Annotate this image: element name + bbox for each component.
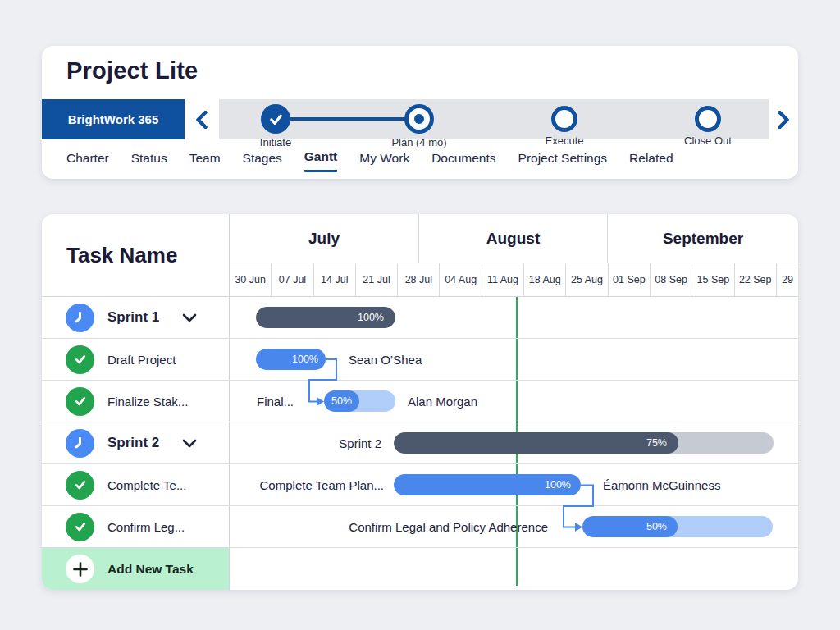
week-header-cell: 21 Jul bbox=[356, 263, 398, 296]
chevron-down-icon[interactable] bbox=[182, 439, 197, 448]
add-new-task-timeline-cell bbox=[230, 548, 798, 590]
task-label: Sprint 2 bbox=[107, 435, 159, 451]
check-icon bbox=[66, 513, 94, 541]
task-cell[interactable]: Confirm Leg... bbox=[42, 506, 230, 547]
stage-circle-icon bbox=[695, 106, 721, 132]
gantt-bar-progress: 50% bbox=[582, 516, 678, 537]
week-header-cell: 08 Sep bbox=[651, 263, 692, 296]
assignee-label: Sean O’Shea bbox=[349, 339, 422, 381]
task-cell[interactable]: Sprint 2 bbox=[42, 422, 230, 463]
week-header-cell: 30 Jun bbox=[230, 263, 272, 296]
tab-documents[interactable]: Documents bbox=[431, 148, 495, 171]
task-label: Finalize Stak... bbox=[107, 395, 188, 409]
bar-task-name-label: Confirm Legal and Policy Adherence bbox=[230, 506, 548, 548]
progress-percent-label: 100% bbox=[292, 354, 318, 365]
task-row-finalize-stak-: Finalize Stak...Final...50%Alan Morgan bbox=[42, 381, 798, 422]
task-row-draft-project: Draft Project100%Sean O’Shea bbox=[42, 339, 798, 381]
clock-icon bbox=[66, 429, 94, 458]
week-header-cell: 28 Jul bbox=[398, 263, 440, 296]
progress-percent-label: 75% bbox=[646, 437, 667, 449]
add-new-task-button[interactable]: Add New Task bbox=[42, 548, 230, 590]
project-tab-bar: CharterStatusTeamStagesGanttMy WorkDocum… bbox=[66, 139, 673, 179]
tab-team[interactable]: Team bbox=[189, 148, 221, 171]
stage-nav-next-button[interactable] bbox=[769, 99, 798, 139]
gantt-bar[interactable]: 50% bbox=[324, 390, 395, 412]
week-header-row: 30 Jun07 Jul14 Jul21 Jul28 Jul04 Aug11 A… bbox=[230, 263, 798, 296]
plus-icon bbox=[66, 555, 94, 583]
gantt-bar-progress: 75% bbox=[394, 432, 678, 454]
task-timeline-cell: Final...50%Alan Morgan bbox=[230, 381, 798, 422]
project-header-card: Project Lite BrightWork 365 InitiatePlan… bbox=[42, 46, 798, 179]
check-icon bbox=[66, 471, 94, 500]
gantt-bar[interactable]: 100% bbox=[256, 307, 395, 328]
stage-current-dot bbox=[414, 114, 424, 124]
task-timeline-cell: 100% bbox=[230, 297, 798, 338]
check-icon bbox=[66, 387, 94, 416]
task-timeline-cell: Confirm Legal and Policy Adherence50% bbox=[230, 506, 798, 547]
month-header-august: August bbox=[419, 214, 608, 263]
task-timeline-cell: Complete Team Plan...100%Éamonn McGuinne… bbox=[230, 464, 798, 505]
week-header-cell: 11 Aug bbox=[482, 263, 524, 296]
task-row-sprint-1: Sprint 1100% bbox=[42, 297, 798, 339]
week-header-cell: 15 Sep bbox=[692, 263, 734, 296]
chevron-left-icon bbox=[195, 111, 208, 129]
gantt-bar[interactable]: 50% bbox=[582, 516, 773, 537]
gantt-card: Task Name JulyAugustSeptember 30 Jun07 J… bbox=[42, 214, 798, 590]
gantt-bar[interactable]: 100% bbox=[256, 349, 326, 370]
chevron-right-icon bbox=[777, 111, 790, 129]
task-row-complete-te-: Complete Te...Complete Team Plan...100%É… bbox=[42, 464, 798, 506]
week-header-cell: 29 bbox=[777, 263, 798, 296]
week-header-cell: 01 Sep bbox=[609, 263, 651, 296]
task-timeline-cell: Sprint 275% bbox=[230, 422, 798, 463]
gantt-bar-progress: 100% bbox=[256, 349, 326, 370]
task-label: Complete Te... bbox=[107, 478, 186, 492]
tab-related[interactable]: Related bbox=[629, 148, 673, 171]
timeline-header: JulyAugustSeptember 30 Jun07 Jul14 Jul21… bbox=[230, 214, 798, 296]
stage-circle-icon bbox=[551, 106, 578, 132]
chevron-down-icon[interactable] bbox=[182, 313, 197, 322]
task-row-sprint-2: Sprint 2Sprint 275% bbox=[42, 422, 798, 464]
progress-percent-label: 100% bbox=[545, 479, 571, 491]
gantt-bar-progress: 100% bbox=[256, 307, 395, 328]
gantt-header: Task Name JulyAugustSeptember 30 Jun07 J… bbox=[42, 214, 798, 297]
tab-status[interactable]: Status bbox=[131, 148, 167, 171]
week-header-cell: 25 Aug bbox=[566, 263, 608, 296]
task-cell[interactable]: Sprint 1 bbox=[42, 297, 230, 338]
month-header-july: July bbox=[230, 214, 419, 263]
tab-stages[interactable]: Stages bbox=[243, 148, 282, 171]
gantt-body: Sprint 1100%Draft Project100%Sean O’Shea… bbox=[42, 297, 798, 590]
month-header-september: September bbox=[608, 214, 798, 263]
bar-task-name-label: Final... bbox=[230, 381, 294, 422]
gantt-bar-progress: 50% bbox=[324, 390, 359, 412]
page-title: Project Lite bbox=[66, 57, 198, 84]
add-new-task-label: Add New Task bbox=[107, 562, 194, 577]
stage-circle-icon bbox=[404, 104, 434, 134]
tab-charter[interactable]: Charter bbox=[66, 148, 109, 171]
task-cell[interactable]: Complete Te... bbox=[42, 464, 230, 505]
tab-my-work[interactable]: My Work bbox=[359, 148, 409, 171]
task-cell[interactable]: Finalize Stak... bbox=[42, 381, 230, 422]
month-header-row: JulyAugustSeptember bbox=[230, 214, 798, 263]
task-timeline-cell: 100%Sean O’Shea bbox=[230, 339, 798, 380]
week-header-cell: 22 Sep bbox=[735, 263, 777, 296]
brightwork-365-button[interactable]: BrightWork 365 bbox=[42, 99, 185, 139]
gantt-bar-progress: 100% bbox=[394, 474, 581, 495]
gantt-bar[interactable]: 100% bbox=[394, 474, 581, 495]
tab-project-settings[interactable]: Project Settings bbox=[518, 148, 608, 171]
task-label: Confirm Leg... bbox=[107, 520, 185, 534]
stage-tracker: BrightWork 365 InitiatePlan (4 mo)Execut… bbox=[42, 99, 798, 139]
add-new-task-row: Add New Task bbox=[42, 548, 798, 590]
task-label: Draft Project bbox=[107, 353, 176, 367]
task-cell[interactable]: Draft Project bbox=[42, 339, 230, 380]
assignee-label: Alan Morgan bbox=[408, 381, 477, 422]
stage-done-check-icon bbox=[261, 104, 290, 134]
gantt-bar[interactable]: 75% bbox=[394, 432, 774, 454]
task-label: Sprint 1 bbox=[107, 309, 159, 326]
progress-percent-label: 50% bbox=[646, 521, 667, 532]
tab-gantt[interactable]: Gantt bbox=[304, 146, 337, 172]
task-name-column-header: Task Name bbox=[42, 214, 230, 296]
progress-percent-label: 50% bbox=[331, 395, 352, 407]
week-header-cell: 07 Jul bbox=[272, 263, 313, 296]
task-row-confirm-leg-: Confirm Leg...Confirm Legal and Policy A… bbox=[42, 506, 798, 548]
bar-task-name-label: Sprint 2 bbox=[230, 422, 381, 464]
